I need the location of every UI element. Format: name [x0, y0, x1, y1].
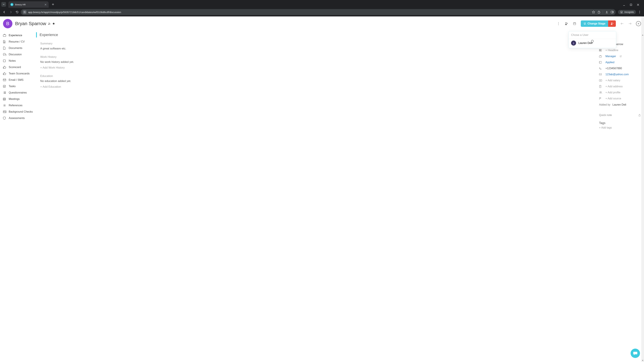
back-button[interactable]: [2, 9, 7, 15]
svg-point-35: [601, 92, 602, 92]
chat-bubble-icon: [633, 351, 638, 355]
address-icon: [599, 85, 603, 88]
list-icon: [3, 91, 6, 94]
detail-salary-placeholder: + Add salary: [606, 79, 620, 82]
detail-source-placeholder: + Add source: [606, 97, 621, 100]
tab-search-button[interactable]: [1, 2, 6, 7]
url-actions: [592, 10, 614, 14]
added-by-row: Added by Lauren Deli: [599, 103, 641, 106]
candidate-details-pane: Bryan Sparrow + Headline Manager Applied…: [599, 31, 644, 362]
nav-experience[interactable]: Experience: [0, 32, 36, 38]
nav-email-sms[interactable]: Email / SMS: [0, 77, 36, 83]
nav-label: Email / SMS: [9, 78, 24, 81]
star-icon: [52, 22, 55, 25]
close-icon: [44, 4, 46, 5]
nav-discussion[interactable]: Discussion: [0, 51, 36, 58]
scroll-down-button[interactable]: [642, 359, 644, 362]
detail-stage-row[interactable]: Applied: [599, 59, 641, 65]
nav-assessments[interactable]: Assessments: [0, 115, 36, 121]
nav-label: Notes: [9, 59, 16, 62]
more-options-button[interactable]: [555, 20, 562, 27]
detail-address-row[interactable]: + Add address: [599, 83, 641, 89]
add-education-button[interactable]: + Add Education: [40, 85, 595, 88]
svg-rect-0: [630, 4, 632, 6]
side-panel-button[interactable]: [611, 10, 614, 13]
user-search-input[interactable]: [571, 33, 614, 37]
nav-tasks[interactable]: Tasks: [0, 83, 36, 89]
nav-notes[interactable]: Notes: [0, 58, 36, 64]
svg-point-21: [4, 105, 5, 106]
nav-scorecard[interactable]: Scorecard: [0, 64, 36, 70]
detail-headline-row[interactable]: + Headline: [599, 47, 641, 53]
calendar-grid-icon: [3, 98, 6, 100]
incognito-indicator[interactable]: Incognito: [618, 10, 636, 14]
detail-role: Manager: [606, 55, 616, 58]
svg-rect-29: [599, 73, 602, 75]
chat-fab-button[interactable]: [630, 349, 640, 358]
nav-background-checks[interactable]: Background Checks: [0, 109, 36, 115]
candidate-avatar: B: [3, 19, 12, 28]
detail-source-row[interactable]: + Add source: [599, 95, 641, 102]
detail-profile-row[interactable]: + Add profile: [599, 89, 641, 95]
site-info-button[interactable]: [23, 10, 26, 14]
nav-resume[interactable]: Resume / CV: [0, 38, 36, 45]
svg-rect-18: [3, 79, 6, 81]
change-stage-group: Change Stage: [581, 20, 616, 27]
assign-user-button[interactable]: [563, 20, 570, 27]
browser-menu-button[interactable]: [637, 11, 642, 13]
add-work-history-button[interactable]: + Add Work History: [40, 66, 595, 69]
reload-button[interactable]: [14, 9, 20, 15]
window-close-button[interactable]: [637, 4, 640, 6]
reload-icon: [16, 10, 18, 13]
detail-phone-row[interactable]: +1234567890: [599, 65, 641, 71]
phone-icon: [599, 67, 603, 70]
scroll-up-button[interactable]: [642, 34, 644, 36]
app-root: B Bryan Sparrow Change Stage: [0, 16, 644, 362]
candidate-name-actions: [48, 22, 55, 25]
rss-button[interactable]: [48, 22, 51, 25]
forward-button[interactable]: [8, 9, 14, 15]
window-maximize-button[interactable]: [630, 4, 633, 6]
svg-point-8: [558, 22, 559, 23]
nav-label: Discussion: [9, 53, 22, 56]
favorite-button[interactable]: [52, 22, 55, 25]
extensions-button[interactable]: [598, 10, 600, 13]
downloads-button[interactable]: [605, 10, 608, 13]
nav-team-scorecards[interactable]: Team Scorecards: [0, 70, 36, 77]
new-tab-button[interactable]: [51, 2, 55, 7]
scrollbar-track[interactable]: [641, 16, 644, 362]
close-panel-button[interactable]: [636, 21, 641, 26]
address-bar[interactable]: app.breezy.hr/app/c/moodjoy/p/59357218dc…: [21, 9, 616, 15]
svg-point-5: [639, 11, 640, 11]
user-option[interactable]: Lauren Deli: [569, 39, 616, 48]
calendar-icon: [573, 22, 576, 25]
tab-close-button[interactable]: [44, 3, 47, 6]
detail-email-row[interactable]: 123ab@yahoo.com: [599, 71, 641, 77]
nav-references[interactable]: References: [0, 102, 36, 109]
detail-stage: Applied: [606, 61, 614, 64]
prev-candidate-button[interactable]: [618, 20, 626, 27]
detail-email: 123ab@yahoo.com: [606, 73, 629, 76]
add-tags-button[interactable]: + Add tags: [599, 126, 641, 129]
nav-meetings[interactable]: Meetings: [0, 96, 36, 102]
lock-icon: [638, 114, 641, 116]
detail-role-row[interactable]: Manager: [599, 53, 641, 59]
svg-point-2: [25, 12, 25, 13]
detail-salary-row[interactable]: + Add salary: [599, 77, 641, 83]
schedule-button[interactable]: [571, 20, 578, 27]
bookmark-button[interactable]: [592, 10, 595, 13]
disqualify-button[interactable]: [608, 20, 616, 27]
window-minimize-button[interactable]: [623, 4, 626, 6]
people-icon: [599, 91, 603, 94]
nav-documents[interactable]: Documents: [0, 45, 36, 51]
quick-note-row[interactable]: Quick note: [599, 114, 641, 117]
nav-questionnaires[interactable]: Questionnaires: [0, 89, 36, 96]
svg-point-7: [639, 13, 640, 13]
tab-title: Breezy HR: [15, 3, 42, 6]
newspaper-icon: [599, 49, 603, 51]
svg-rect-36: [639, 115, 640, 116]
next-candidate-button[interactable]: [626, 20, 634, 27]
change-stage-button[interactable]: Change Stage: [581, 20, 608, 27]
browser-tab[interactable]: b Breezy HR: [8, 1, 49, 8]
user-option-name: Lauren Deli: [578, 41, 592, 44]
